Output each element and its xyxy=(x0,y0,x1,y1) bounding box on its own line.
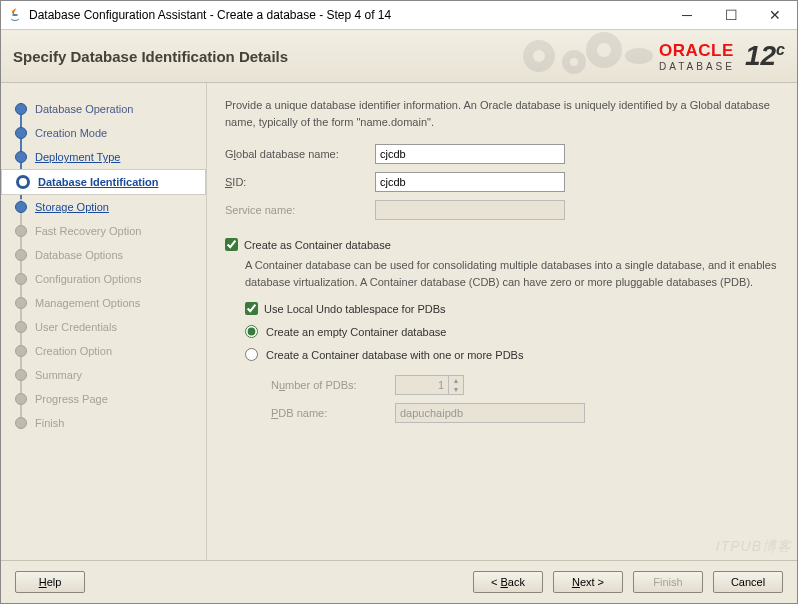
watermark: ITPUB博客 xyxy=(716,538,792,556)
close-button[interactable]: ✕ xyxy=(753,1,797,29)
step-creation-option: Creation Option xyxy=(15,339,198,363)
radio-empty-label: Create an empty Container database xyxy=(266,326,446,338)
brand-version: 12c xyxy=(745,40,785,72)
step-database-operation: Database Operation xyxy=(15,97,198,121)
sid-input[interactable] xyxy=(375,172,565,192)
service-name-label: Service name: xyxy=(225,204,375,216)
header: Specify Database Identification Details … xyxy=(1,30,797,83)
step-database-options: Database Options xyxy=(15,243,198,267)
step-fast-recovery-option: Fast Recovery Option xyxy=(15,219,198,243)
svg-point-1 xyxy=(533,50,545,62)
radio-with-pdbs[interactable] xyxy=(245,348,258,361)
local-undo-checkbox[interactable] xyxy=(245,302,258,315)
sidebar: Database Operation Creation Mode Deploym… xyxy=(1,83,206,560)
brand-database: DATABASE xyxy=(659,61,735,72)
help-button[interactable]: Help xyxy=(15,571,85,593)
gears-graphic xyxy=(509,32,659,80)
titlebar: Database Configuration Assistant - Creat… xyxy=(1,1,797,30)
step-finish: Finish xyxy=(15,411,198,435)
cancel-button[interactable]: Cancel xyxy=(713,571,783,593)
step-summary: Summary xyxy=(15,363,198,387)
page-title: Specify Database Identification Details xyxy=(13,48,509,65)
footer: Help < Back Next > Finish Cancel xyxy=(1,560,797,603)
step-creation-mode: Creation Mode xyxy=(15,121,198,145)
back-button[interactable]: < Back xyxy=(473,571,543,593)
svg-point-6 xyxy=(625,48,653,64)
window-title: Database Configuration Assistant - Creat… xyxy=(29,8,665,22)
spinner-down-icon: ▼ xyxy=(449,385,463,394)
brand: ORACLE DATABASE 12c xyxy=(659,40,785,72)
step-deployment-type[interactable]: Deployment Type xyxy=(15,145,198,169)
pdb-name-label: PDB name: xyxy=(271,407,395,419)
num-pdbs-label: Number of PDBs: xyxy=(271,379,395,391)
spinner-up-icon: ▲ xyxy=(449,376,463,385)
java-icon xyxy=(7,7,23,23)
radio-empty-container[interactable] xyxy=(245,325,258,338)
num-pdbs-input xyxy=(395,375,449,395)
global-db-name-label: Global database name: xyxy=(225,148,375,160)
step-database-identification[interactable]: Database Identification xyxy=(1,169,206,195)
content: Provide a unique database identifier inf… xyxy=(206,83,797,560)
minimize-button[interactable]: ─ xyxy=(665,1,709,29)
local-undo-label: Use Local Undo tablespace for PDBs xyxy=(264,303,446,315)
step-progress-page: Progress Page xyxy=(15,387,198,411)
next-button[interactable]: Next > xyxy=(553,571,623,593)
create-container-checkbox[interactable] xyxy=(225,238,238,251)
pdb-name-input xyxy=(395,403,585,423)
sid-label: SID: xyxy=(225,176,375,188)
step-user-credentials: User Credentials xyxy=(15,315,198,339)
step-storage-option[interactable]: Storage Option xyxy=(15,195,198,219)
svg-point-3 xyxy=(570,58,578,66)
step-management-options: Management Options xyxy=(15,291,198,315)
finish-button: Finish xyxy=(633,571,703,593)
num-pdbs-spinner: ▲▼ xyxy=(449,375,464,395)
container-desc: A Container database can be used for con… xyxy=(245,257,781,290)
brand-oracle: ORACLE xyxy=(659,41,734,61)
svg-point-5 xyxy=(597,43,611,57)
maximize-button[interactable]: ☐ xyxy=(709,1,753,29)
create-container-label: Create as Container database xyxy=(244,239,391,251)
global-db-name-input[interactable] xyxy=(375,144,565,164)
intro-text: Provide a unique database identifier inf… xyxy=(225,97,781,130)
radio-with-pdbs-label: Create a Container database with one or … xyxy=(266,349,523,361)
service-name-input xyxy=(375,200,565,220)
step-configuration-options: Configuration Options xyxy=(15,267,198,291)
